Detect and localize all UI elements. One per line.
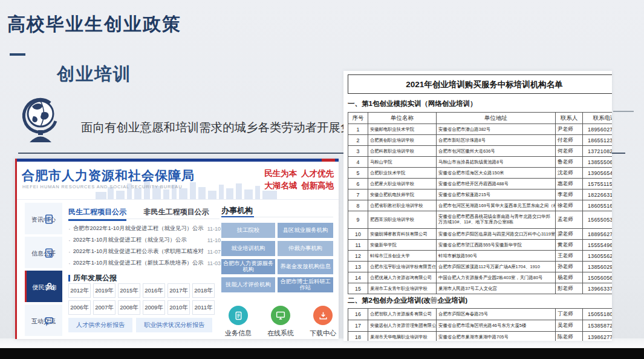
column-header: 联系人 xyxy=(556,113,583,124)
column-header: 单位名称 xyxy=(368,113,437,124)
year-button[interactable]: 2010年 xyxy=(168,300,190,315)
quick-link-label: 下载中心 xyxy=(310,329,336,338)
table-row: 8合肥省职教社职业培训学校合肥市包河区芜湖路169号翼华大厦西单元五层东南之间（… xyxy=(348,200,613,211)
news-tabs: 民生工程项目公示 非民生工程项目公示 xyxy=(68,206,223,217)
winners-table-2: 16合肥智联人力资源服务有限公司合肥市庐阳区寿春路25号丁老师150551809… xyxy=(348,308,612,341)
year-button[interactable]: 2009年 xyxy=(143,300,165,315)
bullet-icon: · xyxy=(68,225,71,232)
site-slogan: 民生为本 人才优先 大湖名城 创新高地 xyxy=(264,168,334,193)
table-row: 3合肥科教职业培训学校合肥市包河区徽州大道636号何老师13721082011 xyxy=(348,146,613,157)
sidebar-item-3[interactable]: 便民查询 xyxy=(25,271,62,302)
column-header: 单位地址 xyxy=(437,113,556,124)
title-dash xyxy=(10,53,25,56)
year-button[interactable]: 2007年 xyxy=(93,300,115,315)
document-icon xyxy=(229,306,248,325)
news-item-title: 2022年1-10月就业促进工程（新技工系统培养）公示表 xyxy=(73,259,204,267)
agency-button[interactable]: 合肥市博士后科研工作站 xyxy=(278,277,333,292)
table-row: 4马鞍山学院马鞍山市当涂县姑孰镇黄池路8号鲁老师13855506815 xyxy=(348,157,613,168)
table-row: 16合肥智联人力资源服务有限公司合肥市庐阳区寿春路25号丁老师150551809… xyxy=(348,309,613,320)
year-button[interactable]: 2017年 xyxy=(168,283,190,298)
bullet-icon: · xyxy=(68,248,71,255)
year-button[interactable]: 2012年 xyxy=(68,283,91,298)
agency-heading-underline xyxy=(221,216,254,217)
site-sidebar: 资讯中心信息公开便民查询互动交流 xyxy=(25,203,62,338)
section-heading: 创业培训 xyxy=(57,62,132,87)
sidebar-item-1[interactable]: 资讯中心 xyxy=(25,203,62,234)
tabs-divider xyxy=(68,219,220,219)
agency-button[interactable]: 合肥市人力资源服务机构 xyxy=(221,259,275,274)
news-item[interactable]: ·2022年1-10月就业促进工程（就业见习）公示11-10 xyxy=(68,234,221,246)
report-link-2[interactable]: 职业供求状况分析报告 xyxy=(136,318,212,332)
year-button[interactable]: 2019年 xyxy=(93,283,115,298)
news-list: ·合肥市2022年1-10月就业促进工程（就业见习）公示表11-10·2022年… xyxy=(68,223,221,269)
news-item[interactable]: ·合肥市2022年1-10月就业促进工程（就业见习）公示表11-10 xyxy=(68,223,221,234)
table-row: 14合肥优晟人力资源咨询有限公司中国合肥人力资源服务产业园2栋403室，天门路8… xyxy=(348,272,613,283)
quick-link-label: 在线系统 xyxy=(267,329,294,338)
video-letterbox-bar xyxy=(0,348,644,359)
report-link-1[interactable]: 人才供求分析报告 xyxy=(68,318,132,332)
news-item-date: 11-07 xyxy=(207,249,221,255)
quick-links: 业务信息在线系统下载中心 xyxy=(220,306,341,338)
agency-button[interactable]: 县区就业服务机构 xyxy=(278,223,333,238)
bulletin-heading: 历年发展公报 xyxy=(68,273,117,283)
news-item-title: 2022年1-10月就业促进工程公示表（求职用工精准对接计划） xyxy=(73,248,204,255)
doc-section1-heading: 一、第1包创业模拟实训（网络创业培训） xyxy=(348,99,476,108)
monitor-icon xyxy=(271,306,290,325)
presentation-slide: 高校毕业生创业政策 创业培训 面向有创业意愿和培训需求的城乡各类劳动者开展免费 xyxy=(0,0,644,359)
doc-section2-heading: 二、第2包创办企业培训(改善企业培训) xyxy=(348,296,467,305)
quick-link-1[interactable]: 业务信息 xyxy=(220,306,256,338)
news-item-title: 2022年1-10月就业促进工程（就业见习）公示 xyxy=(73,236,204,244)
agency-divider xyxy=(254,217,333,217)
year-button[interactable]: 2015年 xyxy=(118,283,140,298)
site-title: 合肥市人力资源和社会保障局 xyxy=(22,167,195,184)
column-header: 序号 xyxy=(348,113,368,124)
body-text: 面向有创业意愿和培训需求的城乡各类劳动者开展免费 xyxy=(81,119,364,136)
agency-button[interactable]: 就业培训机构 xyxy=(221,241,275,256)
news-item-date: 11-10 xyxy=(207,237,221,243)
quick-link-2[interactable]: 在线系统 xyxy=(262,306,299,338)
globe-icon xyxy=(20,96,60,143)
year-button[interactable]: 2008年 xyxy=(118,300,140,315)
news-item-date: 11-10 xyxy=(207,226,221,232)
table-row: 5合肥职业技术学院安徽省合肥市瑶海区大众路150米沈老师13905654827 xyxy=(348,168,613,179)
year-button[interactable]: 2016年 xyxy=(143,283,165,298)
slogan-line-1: 民生为本 人才优先 xyxy=(264,168,334,180)
tab-non-minsheng-projects[interactable]: 非民生工程项目公示 xyxy=(143,208,209,216)
underline-rule-right xyxy=(613,111,634,112)
site-header: 合肥市人力资源和社会保障局 HEFEI HUMAN RESOURCES AND … xyxy=(17,162,339,200)
news-item[interactable]: ·2022年1-10月就业促进工程公示表（求职用工精准对接计划）11-07 xyxy=(68,246,221,257)
heading-bar-icon xyxy=(68,275,70,282)
table-row: 10安徽朗博睿教育科技有限公司安徽省合肥市庐阳区临泉路与四里河路交口万科中心31… xyxy=(348,229,613,240)
column-header: 联系电话 xyxy=(583,113,613,124)
agency-grid: 技工院校县区就业服务机构就业培训机构仲裁办事机构合肥市人力资源服务机构养老金发放… xyxy=(221,223,334,292)
report-links: 人才供求分析报告职业供求状况分析报告 xyxy=(68,318,212,332)
table-row: 12蚌埠市江淮创业大学蚌埠市解放路590号王老师13605562157 xyxy=(348,251,613,262)
slide-title: 高校毕业生创业政策 xyxy=(7,12,181,37)
site-title-en: HEFEI HUMAN RESOURCES AND SOCIAL SECURIT… xyxy=(22,184,183,189)
year-buttons: 2012年2019年2015年2016年2017年2018年2006年2007年… xyxy=(68,283,221,315)
website-screenshot: 合肥市人力资源和社会保障局 HEFEI HUMAN RESOURCES AND … xyxy=(15,159,339,339)
table-row: 13合肥市泓宇职业培训学校有限责任公司合肥市庐阳区濉溪路112号万豪广场A座17… xyxy=(348,262,613,272)
sidebar-item-2[interactable]: 信息公开 xyxy=(25,237,62,268)
year-button[interactable]: 2011年 xyxy=(192,300,215,315)
year-button[interactable]: 2006年 xyxy=(68,300,91,315)
agency-button[interactable]: 养老金发放机构信息 xyxy=(278,259,333,274)
table-row: 2合肥英创职业培训学校合肥市新站区珍珠路8号付老师18655123777 xyxy=(348,135,613,146)
agency-heading: 办事机构 xyxy=(221,205,253,216)
year-button[interactable]: 2018年 xyxy=(192,283,215,298)
quick-link-3[interactable]: 下载中心 xyxy=(305,306,341,338)
table-row: 6合肥星火职业培训学校安徽省合肥市经开区丹霞西路488号惠老师157551153… xyxy=(348,179,613,189)
table-row: 7安徽合肥机电技师学院安徽省合肥市紫蓬路215号李老师18226631206 xyxy=(348,189,613,200)
agency-button[interactable]: 技能人才评价机构 xyxy=(221,277,275,292)
table-header-row: 序号单位名称单位地址联系人联系电话 xyxy=(348,113,613,124)
table-row: 18巢湖市天华电脑职业培训学校安徽省合肥市巢湖市巢湖中路705号陈老师13986… xyxy=(348,332,613,341)
document-table-screenshot: 2021年创业培训购买服务中标培训机构名单 一、第1包创业模拟实训（网络创业培训… xyxy=(343,71,612,341)
sidebar-item-4[interactable]: 互动交流 xyxy=(25,305,62,336)
agency-button[interactable]: 技工院校 xyxy=(221,223,275,238)
winners-table-1: 序号单位名称单位地址联系人联系电话1安徽邮电职业技术学院安徽省合肥市潜山路382… xyxy=(348,112,612,294)
bullet-icon: · xyxy=(68,237,71,244)
news-item[interactable]: ·2022年1-10月就业促进工程（新技工系统培养）公示表11-03 xyxy=(68,257,221,269)
table-row: 1安徽邮电职业技术学院安徽省合肥市潜山路382号尹老师18956027105 xyxy=(348,124,613,135)
agency-button[interactable]: 仲裁办事机构 xyxy=(278,241,333,256)
doc-title: 2021年创业培训购买服务中标培训机构名单 xyxy=(348,74,612,94)
